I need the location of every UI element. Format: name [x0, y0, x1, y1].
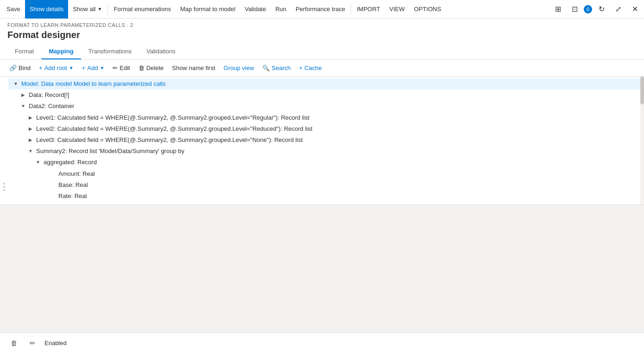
- bottom-edit-button[interactable]: ✏: [26, 337, 39, 350]
- secondary-toolbar: 🔗 Bind + Add root ▼ + Add ▼ ✏ Edit 🗑 Del…: [0, 60, 644, 77]
- cache-button[interactable]: + Cache: [295, 63, 325, 73]
- tree-row[interactable]: Data: Record[!]: [8, 90, 644, 101]
- tree-row[interactable]: aggregated: Record: [8, 157, 644, 168]
- tree-item-label: Level3: Calculated field = WHERE(@.Summa…: [34, 136, 304, 144]
- bind-button[interactable]: 🔗 Bind: [6, 63, 34, 73]
- expand-icon: [49, 170, 57, 171]
- close-button[interactable]: ✕: [627, 2, 642, 17]
- add-button[interactable]: + Add ▼: [78, 63, 108, 73]
- expand-icon: [34, 158, 42, 166]
- tree-item-label: Base: Real: [57, 181, 90, 189]
- status-label: Enabled: [44, 340, 67, 347]
- run-button[interactable]: Run: [271, 0, 291, 19]
- expand-icon: [27, 147, 34, 154]
- tree-row[interactable]: Rate: Real: [8, 191, 644, 202]
- tree-item-label: grouped: Record: [42, 203, 90, 204]
- tab-validations[interactable]: Validations: [139, 44, 183, 59]
- tree-row[interactable]: Base: Real: [8, 180, 644, 191]
- refresh-button[interactable]: ↻: [594, 2, 609, 17]
- open-new-button[interactable]: ⤢: [611, 2, 625, 17]
- expand-icon: [19, 102, 27, 109]
- tree-item-label: Level1: Calculated field = WHERE(@.Summa…: [34, 114, 311, 122]
- tree-row[interactable]: Level1: Calculated field = WHERE(@.Summa…: [8, 112, 644, 123]
- separator-2: [351, 4, 351, 15]
- tree-item-label: Rate: Real: [57, 192, 88, 200]
- show-all-button[interactable]: Show all ▼: [68, 0, 107, 19]
- chevron-down-icon2: ▼: [69, 65, 74, 71]
- tree-wrapper: Model: Data model Model to learn paramet…: [8, 77, 644, 205]
- scrollbar-thumb[interactable]: [640, 77, 644, 104]
- tab-format[interactable]: Format: [7, 44, 41, 59]
- drag-dots: [3, 183, 5, 191]
- chevron-down-icon: ▼: [98, 6, 102, 12]
- tree-item-label: Amount: Real: [57, 170, 97, 178]
- show-details-button[interactable]: Show details: [25, 0, 69, 19]
- expand-icon: [12, 80, 19, 87]
- page-header: FORMAT TO LEARN PARAMETERIZED CALLS : 2 …: [0, 19, 644, 60]
- tree-row[interactable]: Level2: Calculated field = WHERE(@.Summa…: [8, 123, 644, 135]
- top-toolbar: Save Show details Show all ▼ Format enum…: [0, 0, 644, 19]
- edit-button[interactable]: ✏ Edit: [109, 63, 133, 73]
- expand-icon: [34, 203, 42, 204]
- format-enumerations-button[interactable]: Format enumerations: [109, 0, 176, 19]
- performance-trace-button[interactable]: Performance trace: [291, 0, 350, 19]
- import-button[interactable]: IMPORT: [352, 0, 385, 19]
- tree-section: Model: Data model Model to learn paramet…: [0, 77, 644, 205]
- map-format-to-model-button[interactable]: Map format to model: [176, 0, 240, 19]
- add-root-button[interactable]: + Add root ▼: [35, 63, 77, 73]
- validate-button[interactable]: Validate: [240, 0, 271, 19]
- delete-button[interactable]: 🗑 Delete: [135, 63, 168, 73]
- main-container: FORMAT TO LEARN PARAMETERIZED CALLS : 2 …: [0, 19, 644, 353]
- tab-bar: Format Mapping Transformations Validatio…: [7, 44, 637, 59]
- tree-container: Model: Data model Model to learn paramet…: [8, 77, 644, 205]
- drag-handle: [0, 77, 8, 205]
- expand-icon: [27, 125, 34, 132]
- plus-icon3: +: [299, 64, 303, 71]
- tab-mapping[interactable]: Mapping: [41, 44, 81, 59]
- tree-row[interactable]: Level3: Calculated field = WHERE(@.Summa…: [8, 135, 644, 146]
- expand-icon: [19, 91, 27, 98]
- expand-icon: [27, 114, 34, 121]
- trash-icon: 🗑: [139, 64, 145, 71]
- tree-item-label: Data2: Container: [27, 102, 76, 110]
- tree-row[interactable]: Summary2: Record list 'Model/Data/Summar…: [8, 146, 644, 157]
- notification-badge[interactable]: 0: [584, 5, 592, 13]
- tree-item-label: Level2: Calculated field = WHERE(@.Summa…: [34, 125, 314, 133]
- page-subtitle: FORMAT TO LEARN PARAMETERIZED CALLS : 2: [7, 22, 637, 28]
- tree-item-label: Model: Data model Model to learn paramet…: [19, 80, 167, 88]
- tree-row[interactable]: Model: Data model Model to learn paramet…: [8, 78, 644, 90]
- bottom-delete-button[interactable]: 🗑: [7, 337, 20, 350]
- separator-1: [107, 4, 108, 15]
- search-icon: 🔍: [262, 64, 270, 71]
- tab-transformations[interactable]: Transformations: [81, 44, 139, 59]
- options-button[interactable]: OPTIONS: [410, 0, 446, 19]
- chevron-down-icon3: ▼: [100, 65, 104, 71]
- plus-icon: +: [39, 64, 43, 71]
- tree-item-label: aggregated: Record: [42, 158, 99, 167]
- show-name-first-button[interactable]: Show name first: [168, 63, 219, 73]
- pencil-icon: ✏: [113, 64, 118, 71]
- tree-item-label: Summary2: Record list 'Model/Data/Summar…: [34, 147, 186, 155]
- search-button[interactable]: 🔍 Search: [259, 63, 294, 73]
- expand-icon: [27, 136, 34, 143]
- plugin-icon-button[interactable]: ⊞: [550, 2, 565, 17]
- office-icon-button[interactable]: ⊡: [567, 2, 582, 17]
- tree-row[interactable]: grouped: Record: [8, 202, 644, 204]
- tree-row[interactable]: Amount: Real: [8, 168, 644, 180]
- empty-section: [0, 205, 644, 333]
- link-icon: 🔗: [9, 64, 17, 71]
- scrollbar-track[interactable]: [640, 77, 644, 205]
- bottom-bar: 🗑 ✏ Enabled: [0, 333, 644, 353]
- tree-item-label: Data: Record[!]: [27, 91, 71, 99]
- group-view-button[interactable]: Group view: [220, 63, 258, 73]
- expand-icon: [49, 181, 57, 182]
- expand-icon: [49, 192, 57, 193]
- toolbar-right: ⊞ ⊡ 0 ↻ ⤢ ✕: [550, 2, 642, 17]
- plus-icon2: +: [82, 64, 86, 71]
- view-button[interactable]: VIEW: [385, 0, 409, 19]
- page-title: Format designer: [7, 30, 637, 40]
- save-button[interactable]: Save: [2, 0, 25, 19]
- tree-row[interactable]: Data2: Container: [8, 101, 644, 112]
